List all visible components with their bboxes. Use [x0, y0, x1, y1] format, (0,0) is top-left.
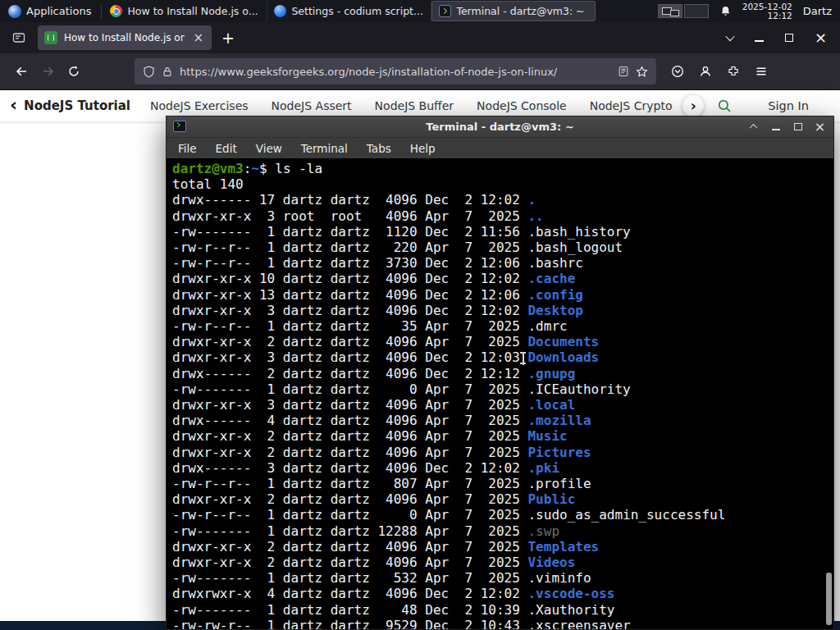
clock[interactable]: 2025-12-02 12:12: [742, 2, 792, 21]
terminal-text: drwxr-xr-x 3 dartz dartz 4096 Apr 7 2025: [172, 397, 527, 413]
browser-tab[interactable]: How to Install Node.js on ×: [38, 25, 212, 50]
terminal-text: drwxr-xr-x 2 dartz dartz 4096 Apr 7 2025: [172, 491, 527, 507]
applications-menu-button[interactable]: Applications: [0, 0, 99, 22]
terminal-text: Music: [527, 428, 567, 444]
sign-in-button[interactable]: Sign In: [768, 99, 809, 112]
terminal-listing-line: drwx------ 4 dartz dartz 4096 Apr 7 2025…: [172, 413, 833, 428]
reload-button[interactable]: [61, 58, 87, 84]
taskbar-item-label: Settings - codium script...: [291, 5, 422, 17]
firefox-view-icon[interactable]: [7, 25, 31, 50]
menu-file[interactable]: File: [178, 142, 197, 155]
terminal-text: -rw------- 1 dartz dartz 532 Apr 7 2025: [172, 570, 527, 586]
menu-hamburger-icon[interactable]: [755, 65, 768, 78]
terminal-text: Documents: [527, 334, 599, 349]
back-button[interactable]: [8, 58, 34, 84]
menu-terminal[interactable]: Terminal: [301, 142, 348, 155]
terminal-titlebar[interactable]: Terminal - dartz@vm3: ~ ×: [167, 116, 833, 137]
terminal-text: ..: [527, 208, 543, 224]
terminal-text: -rw------- 1 dartz dartz 48 Dec 2 10:39: [172, 602, 527, 618]
terminal-close-button[interactable]: ×: [815, 121, 825, 133]
terminal-listing-line: drwxr-xr-x 2 dartz dartz 4096 Apr 7 2025…: [172, 539, 833, 555]
terminal-output: dartz@vm3:~$ ls -latotal 140drwx------ 1…: [167, 158, 833, 629]
terminal-text: -rw-r--r-- 1 dartz dartz 3730 Dec 2 12:0…: [172, 255, 527, 271]
terminal-text: .xscreensaver: [527, 618, 630, 629]
notification-bell-icon[interactable]: [719, 5, 732, 17]
terminal-task-icon: [439, 5, 451, 17]
taskbar-item-browser[interactable]: How to Install Node.js o...: [103, 1, 267, 21]
nav-forward-chevron-button[interactable]: ›: [682, 95, 704, 116]
forward-button[interactable]: [34, 58, 61, 84]
terminal-text: drwxr-xr-x 3 dartz dartz 4096 Dec 2 12:0…: [172, 349, 527, 365]
url-input[interactable]: https://www.geeksforgeeks.org/node-js/in…: [180, 66, 611, 78]
nav-link[interactable]: NodeJS Console: [477, 99, 567, 112]
url-bar[interactable]: https://www.geeksforgeeks.org/node-js/in…: [135, 58, 656, 84]
terminal-text: .viminfo: [527, 570, 591, 586]
terminal-text: .bash_history: [527, 224, 630, 240]
terminal-shade-button[interactable]: [748, 121, 759, 133]
taskbar-item-label: How to Install Node.js o...: [127, 5, 258, 17]
window-minimize-button[interactable]: [755, 34, 764, 42]
tab-close-button[interactable]: ×: [191, 30, 205, 45]
nav-link[interactable]: NodeJS Assert: [272, 99, 352, 112]
nav-link[interactable]: NodeJS Buffer: [375, 99, 454, 112]
window-close-button[interactable]: ×: [815, 30, 827, 45]
user-menu[interactable]: Dartz: [803, 5, 833, 17]
terminal-listing-line: -rw-r--r-- 1 dartz dartz 35 Apr 7 2025 .…: [172, 318, 833, 334]
lock-icon[interactable]: [162, 66, 173, 78]
terminal-minimize-button[interactable]: [770, 121, 781, 133]
menu-edit[interactable]: Edit: [216, 142, 237, 155]
workspace-1[interactable]: [658, 4, 682, 18]
tracking-shield-icon[interactable]: [143, 66, 155, 78]
window-maximize-button[interactable]: [785, 34, 793, 42]
taskbar-item-codium[interactable]: Settings - codium script...: [267, 1, 431, 21]
applications-label: Applications: [26, 5, 91, 17]
clock-date: 2025-12-02: [742, 2, 792, 11]
terminal-text: drwxr-xr-x 10 dartz dartz 4096 Dec 2 12:…: [172, 271, 527, 286]
terminal-text: .cache: [527, 271, 575, 286]
terminal-maximize-button[interactable]: [792, 121, 803, 133]
terminal-text: drwx------ 4 dartz dartz 4096 Apr 7 2025: [172, 413, 527, 428]
terminal-text: Downloads: [527, 349, 599, 365]
pocket-icon[interactable]: [671, 65, 684, 78]
workspace-switcher[interactable]: [658, 4, 709, 18]
terminal-listing-line: -rw-r--r-- 1 dartz dartz 807 Apr 7 2025 …: [172, 476, 833, 491]
search-icon[interactable]: [717, 98, 732, 113]
mouse-cursor: [519, 352, 527, 366]
terminal-listing-line: drwx------ 3 dartz dartz 4096 Dec 2 12:0…: [172, 460, 833, 476]
menu-tabs[interactable]: Tabs: [367, 142, 391, 155]
terminal-text: total 140: [172, 176, 244, 192]
terminal-text: drwxr-xr-x 2 dartz dartz 4096 Apr 7 2025: [172, 428, 527, 444]
nav-active-item[interactable]: NodeJS Tutorial: [24, 98, 130, 113]
window-controls: ×: [727, 30, 833, 45]
nav-link[interactable]: NodeJS Crypto: [590, 99, 673, 112]
terminal-total-line: total 140: [172, 176, 833, 192]
terminal-scrollbar-thumb[interactable]: [826, 573, 832, 625]
account-icon[interactable]: [699, 65, 712, 78]
workspace-2[interactable]: [684, 4, 709, 18]
nav-back-chevron-icon[interactable]: ‹: [10, 94, 17, 115]
terminal-text: drwxr-xr-x 3 dartz dartz 4096 Dec 2 12:0…: [172, 303, 527, 318]
bookmark-star-icon[interactable]: [636, 66, 648, 78]
terminal-window: Terminal - dartz@vm3: ~ × File Edit View…: [166, 116, 834, 630]
tab-list-chevron-icon[interactable]: [727, 34, 733, 41]
taskbar-item-terminal[interactable]: Terminal - dartz@vm3: ~: [431, 1, 596, 21]
terminal-listing-line: drwxr-xr-x 2 dartz dartz 4096 Apr 7 2025…: [172, 428, 833, 444]
extensions-icon[interactable]: [727, 65, 740, 78]
terminal-text: drwxr-xr-x 2 dartz dartz 4096 Apr 7 2025: [172, 445, 527, 460]
terminal-text: .local: [527, 397, 575, 413]
nav-link[interactable]: NodeJS Exercises: [150, 99, 249, 112]
menu-help[interactable]: Help: [410, 142, 436, 155]
terminal-text: Public: [527, 491, 575, 507]
terminal-text: .mozilla: [527, 413, 591, 428]
reader-mode-icon[interactable]: [618, 66, 629, 77]
terminal-listing-line: drwxr-xr-x 10 dartz dartz 4096 Dec 2 12:…: [172, 271, 833, 286]
terminal-text: drwx------ 17 dartz dartz 4096 Dec 2 12:…: [172, 192, 527, 208]
terminal-text: drwxr-xr-x 2 dartz dartz 4096 Apr 7 2025: [172, 555, 527, 570]
terminal-listing-line: drwxr-xr-x 3 dartz dartz 4096 Dec 2 12:0…: [172, 349, 833, 365]
terminal-text: .sudo_as_admin_successful: [527, 507, 725, 523]
terminal-listing-line: -rw------- 1 dartz dartz 0 Apr 7 2025 .I…: [172, 381, 833, 397]
terminal-title: Terminal - dartz@vm3: ~: [426, 121, 573, 133]
new-tab-button[interactable]: +: [212, 29, 244, 47]
menu-view[interactable]: View: [256, 142, 282, 155]
terminal-listing-line: -rw------- 1 dartz dartz 48 Dec 2 10:39 …: [172, 602, 833, 618]
